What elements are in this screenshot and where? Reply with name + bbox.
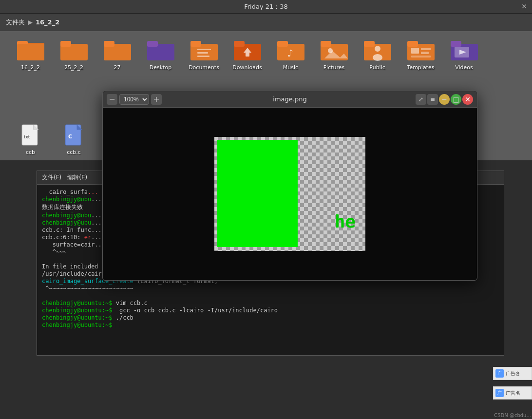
folder-public[interactable]: Public (357, 36, 398, 74)
svg-rect-33 (411, 48, 419, 54)
expand-icon[interactable]: ⤢ (416, 94, 426, 105)
svg-rect-13 (197, 49, 211, 50)
svg-rect-38 (451, 41, 461, 47)
ad-label-1: 广告各 (506, 370, 520, 377)
ad-panel-1: 广 广告各 (493, 367, 532, 380)
svg-rect-12 (190, 41, 201, 47)
ad-label-2: 广告名 (506, 390, 520, 397)
ad-panel-2: 广 广告名 (493, 386, 532, 400)
image-viewer-window: − 100% 50% 75% 150% 200% + image.png ⤢ ≡… (102, 91, 477, 281)
breadcrumb-bar: 文件夹 ▶ 16_2_2 (0, 14, 532, 31)
folder-label: Public (369, 64, 385, 71)
folder-music[interactable]: ♪ Music (270, 36, 311, 74)
terminal-line (42, 292, 499, 299)
viewer-zoom-controls: − 100% 50% 75% 150% 200% + (107, 94, 162, 105)
terminal-menu-edit[interactable]: 编辑(E) (67, 173, 87, 182)
svg-rect-17 (234, 41, 245, 47)
close-button[interactable]: ✕ (462, 94, 473, 105)
folder-label: Music (283, 64, 298, 71)
terminal-line: chenbingjy@ubuntu:~$ gcc -o ccb ccb.c -l… (42, 307, 499, 314)
svg-rect-10 (147, 41, 158, 47)
file-ccb[interactable]: txt ccb (10, 122, 51, 157)
zoom-plus-button[interactable]: + (151, 94, 162, 105)
viewer-titlebar: − 100% 50% 75% 150% 200% + image.png ⤢ ≡… (103, 91, 477, 108)
folder-label: Pictures (323, 64, 345, 71)
close-icon[interactable]: ✕ (521, 2, 527, 10)
folder-label: Documents (189, 64, 219, 71)
ad-icon-2: 广 (495, 389, 504, 397)
viewer-title: image.png (273, 95, 306, 103)
svg-rect-15 (197, 56, 209, 57)
minimize-button[interactable]: − (439, 94, 450, 105)
folder-label: 25_2_2 (64, 64, 83, 71)
terminal-line: ^~~~~~~~~~~~~~~~~~~~~~~~~ (42, 285, 499, 292)
folder-label: 27 (114, 64, 121, 71)
terminal-line: chenbingjy@ubuntu:~$ vim ccb.c (42, 300, 499, 306)
svg-rect-34 (421, 48, 431, 50)
top-bar: Friday 21：38 ✕ (0, 0, 532, 14)
file-ccbc[interactable]: C ccb.c (53, 122, 95, 157)
svg-rect-19 (246, 53, 249, 57)
zoom-minus-button[interactable]: − (107, 94, 117, 105)
clock: Friday 21：38 (244, 2, 288, 11)
breadcrumb-separator: ▶ (28, 19, 33, 26)
maximize-button[interactable]: □ (451, 94, 461, 105)
svg-point-30 (373, 54, 382, 61)
svg-text:txt: txt (24, 134, 30, 139)
folder-documents[interactable]: Documents (183, 36, 225, 74)
folder-label: Desktop (150, 64, 171, 71)
preview-overlay-text: he (335, 211, 356, 231)
breadcrumb-root[interactable]: 文件夹 (6, 18, 25, 27)
svg-rect-8 (104, 41, 114, 47)
svg-rect-28 (364, 41, 375, 47)
folder-16_2_2[interactable]: 16_2_2 (10, 36, 51, 74)
image-preview: he (214, 137, 365, 251)
svg-rect-6 (60, 41, 71, 47)
ad-icon-1: 广 (495, 369, 504, 378)
svg-rect-35 (421, 52, 429, 54)
folder-videos[interactable]: Videos (443, 36, 485, 74)
folder-label: Downloads (232, 64, 262, 71)
terminal-line: chenbingjy@ubuntu:~$ ./ccb (42, 314, 499, 321)
breadcrumb-current: 16_2_2 (36, 19, 59, 26)
folder-27[interactable]: 27 (96, 36, 138, 74)
menu-icon[interactable]: ≡ (427, 94, 438, 105)
folder-label: Videos (455, 64, 473, 71)
file-label: ccb (26, 149, 35, 155)
green-rectangle (217, 140, 298, 247)
folder-downloads[interactable]: Downloads (227, 36, 268, 74)
svg-point-29 (375, 46, 380, 52)
svg-rect-24 (321, 41, 331, 47)
folder-pictures[interactable]: Pictures (313, 36, 355, 74)
folder-label: Templates (407, 64, 435, 71)
csdn-watermark: CSDN @cbdu... (494, 413, 531, 418)
svg-rect-4 (17, 44, 44, 60)
svg-rect-21 (277, 41, 288, 47)
file-label: ccb.c (67, 149, 81, 155)
terminal-menu-file[interactable]: 文件(F) (42, 173, 61, 182)
folder-templates[interactable]: Templates (400, 36, 441, 74)
zoom-select[interactable]: 100% 50% 75% 150% 200% (119, 94, 149, 105)
svg-text:♪: ♪ (287, 47, 293, 59)
svg-text:C: C (68, 133, 72, 140)
svg-rect-14 (197, 52, 208, 54)
svg-rect-32 (407, 41, 418, 47)
viewer-content: he (103, 108, 477, 280)
terminal-line: chenbingjy@ubuntu:~$ █ (42, 322, 499, 328)
folder-label: 16_2_2 (21, 64, 40, 71)
folder-desktop[interactable]: Desktop (140, 36, 181, 74)
folder-25_2_2[interactable]: 25_2_2 (53, 36, 95, 74)
viewer-window-controls: ⤢ ≡ − □ ✕ (416, 94, 473, 105)
svg-rect-36 (411, 56, 431, 57)
